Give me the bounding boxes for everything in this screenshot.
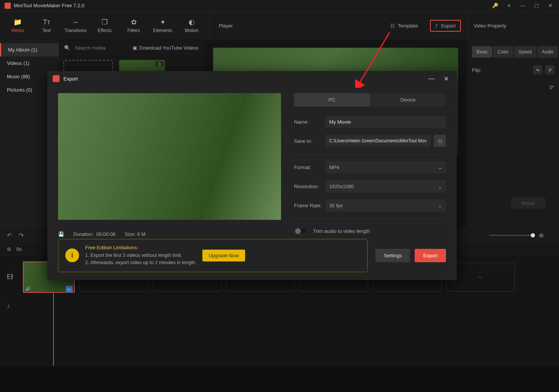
zoom-in-button[interactable]: ⊕ (539, 232, 544, 239)
redo-button[interactable]: ↷ (19, 232, 24, 239)
export-confirm-button[interactable]: Export (415, 249, 446, 262)
text-icon: Tт (43, 18, 50, 26)
saveto-label: Save to: (294, 138, 325, 144)
reset-button[interactable]: Reset (511, 197, 545, 209)
resolution-select[interactable]: 1920x1080 ⌄ (325, 180, 446, 192)
elements-icon: ✦ (160, 18, 166, 26)
dialog-app-icon (53, 75, 60, 82)
maximize-button[interactable]: ▢ (532, 2, 541, 10)
layers-icon: ☷ (390, 23, 395, 29)
name-input[interactable] (325, 116, 446, 128)
upgrade-button[interactable]: Upgrade Now (202, 250, 245, 261)
search-icon: 🔍 (64, 45, 70, 51)
dialog-minimize-button[interactable]: — (426, 73, 437, 84)
trim-audio-label: Trim audio to video length (313, 228, 370, 234)
tab-basic[interactable]: Basic (472, 46, 492, 58)
youtube-icon: ▣ (132, 45, 137, 51)
tab-color[interactable]: Color (493, 46, 513, 58)
export-preview (58, 93, 281, 220)
tool-media-label: Media (11, 28, 24, 33)
dialog-close-button[interactable]: ✕ (441, 73, 451, 84)
player-label: Player (219, 23, 233, 29)
effects-icon: ❐ (102, 18, 108, 26)
license-key-icon[interactable]: 🔑 (491, 2, 499, 10)
clip-cut-icon[interactable]: ✂ (66, 286, 73, 293)
flip-label: Flip: (472, 67, 481, 73)
zoom-slider[interactable] (489, 235, 535, 236)
chevron-down-icon: ⌄ (438, 165, 442, 170)
audio-track-icon: ♪ (7, 303, 18, 310)
size-value: 6 M (137, 231, 145, 237)
download-youtube-button[interactable]: ▣ Download YouTube Videos (132, 45, 199, 51)
framerate-label: Frame Rate: (294, 203, 325, 208)
template-button[interactable]: ☷ Template (386, 21, 423, 31)
video-track-icon: 🎞 (7, 274, 18, 281)
title-bar: MiniTool MovieMaker Free 7.2.0 🔑 ≡ — ▢ ✕ (0, 0, 559, 11)
flip-horizontal-button[interactable]: ⇋ (533, 65, 542, 74)
format-value: MP4 (329, 165, 339, 170)
limitations-line-2: 2. Afterwards, export video up to 2 minu… (85, 259, 196, 266)
tool-elements[interactable]: ✦Elements (148, 13, 177, 38)
tool-motion-label: Motion (185, 28, 199, 33)
minimize-button[interactable]: — (519, 2, 527, 10)
tool-media[interactable]: 📁Media (3, 13, 32, 38)
dialog-title: Export (63, 76, 422, 82)
menu-icon[interactable]: ≡ (505, 2, 513, 10)
resolution-label: Resolution: (294, 184, 325, 189)
transition-icon: ↔ (72, 18, 79, 26)
export-tab-device[interactable]: Device (370, 93, 446, 106)
main-toolbar: 📁Media TтText ↔Transitions ❐Effects ✿Fil… (0, 11, 559, 40)
timeline-time: 0s (16, 246, 22, 252)
folder-icon: 📁 (13, 18, 22, 26)
export-button[interactable]: ⤴ Export (430, 20, 461, 32)
motion-icon: ◐ (189, 18, 195, 26)
template-label: Template (398, 23, 418, 29)
upload-icon: ⤴ (435, 23, 438, 29)
rotate-value: 0° (550, 84, 554, 90)
undo-button[interactable]: ↶ (7, 232, 12, 239)
browse-button[interactable]: 🗀 (434, 135, 446, 147)
video-property-label: Video Property (473, 23, 506, 29)
format-label: Format: (294, 165, 325, 170)
tool-effects[interactable]: ❐Effects (90, 13, 119, 38)
trim-audio-toggle[interactable] (294, 227, 308, 235)
resolution-value: 1920x1080 (329, 184, 354, 189)
tab-speed[interactable]: Speed (514, 46, 536, 58)
sidebar-item-videos[interactable]: Videos (1) (0, 56, 59, 70)
chevron-down-icon: ⌄ (438, 184, 442, 189)
video-badge-icon: 🎥 (156, 61, 163, 66)
duration-value: 00:00:06 (96, 231, 116, 237)
search-input[interactable]: Search media (75, 45, 128, 51)
add-track-button[interactable]: ⊞ (7, 246, 11, 252)
folder-icon: 🗀 (438, 138, 443, 144)
export-tab-pc[interactable]: PC (294, 93, 370, 106)
tool-transitions[interactable]: ↔Transitions (61, 13, 90, 38)
filters-icon: ✿ (131, 18, 137, 26)
tab-audio[interactable]: Audio (537, 46, 558, 58)
framerate-select[interactable]: 30 fps ⌄ (325, 199, 446, 211)
close-button[interactable]: ✕ (546, 2, 554, 10)
chevron-down-icon: ⌄ (438, 203, 442, 208)
framerate-value: 30 fps (329, 203, 343, 208)
tool-text[interactable]: TтText (32, 13, 61, 38)
sidebar-item-my-album[interactable]: My Album (1) (0, 43, 59, 56)
app-title: MiniTool MovieMaker Free 7.2.0 (14, 3, 491, 8)
export-label: Export (441, 23, 456, 29)
tool-filters[interactable]: ✿Filters (119, 13, 148, 38)
download-youtube-label: Download YouTube Videos (139, 45, 199, 51)
limitations-notice: i Free Edition Limitations: 1. Export th… (58, 239, 368, 272)
name-label: Name: (294, 119, 325, 125)
clip-sound-icon: 🔊 (25, 286, 31, 291)
settings-button[interactable]: Settings (375, 249, 410, 262)
limitations-title: Free Edition Limitations: (85, 245, 196, 250)
flip-vertical-button[interactable]: ⇵ (545, 65, 554, 74)
save-icon: 💾 (58, 231, 64, 237)
tool-motion[interactable]: ◐Motion (177, 13, 206, 38)
saveto-input[interactable] (325, 135, 431, 147)
tool-transitions-label: Transitions (65, 28, 87, 33)
format-select[interactable]: MP4 ⌄ (325, 161, 446, 173)
export-dialog: Export — ✕ 💾 Duration: 00:00:06 Size: 6 … (47, 71, 457, 280)
app-icon (5, 3, 11, 9)
size-label: Size: (125, 231, 136, 237)
limitations-line-1: 1. Export the first 3 videos without len… (85, 252, 196, 259)
